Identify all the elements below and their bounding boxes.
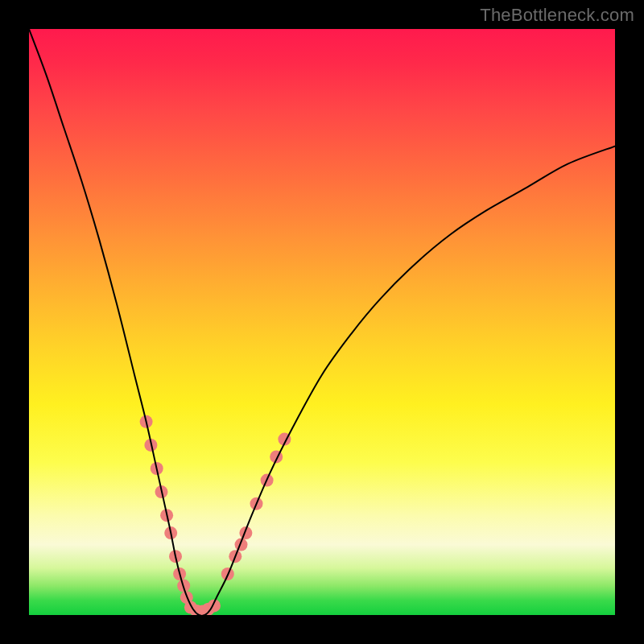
watermark-text: TheBottleneck.com [480, 5, 634, 26]
bottleneck-curve-path [29, 29, 615, 615]
markers-layer [140, 415, 291, 615]
plot-area [29, 29, 615, 615]
chart-svg [29, 29, 615, 615]
chart-frame: TheBottleneck.com [0, 0, 644, 644]
